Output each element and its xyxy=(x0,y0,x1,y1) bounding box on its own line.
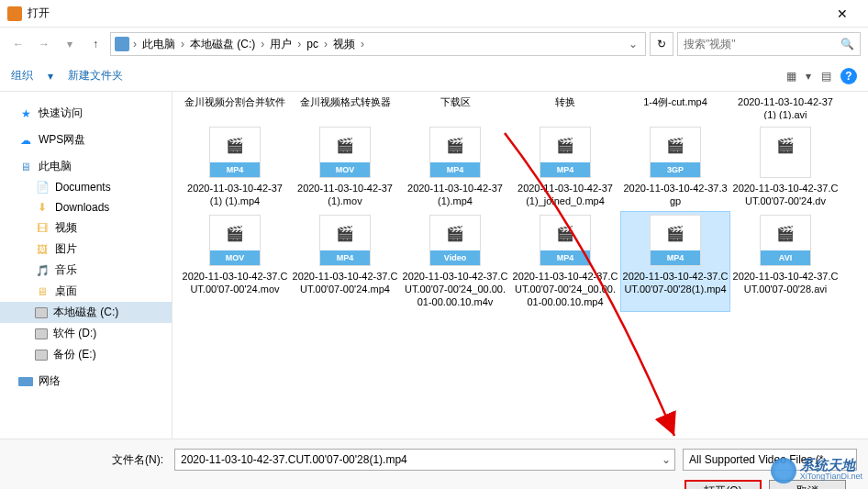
video-icon: 🎬 xyxy=(776,137,795,154)
pc-icon: 🖥 xyxy=(18,160,33,174)
search-input[interactable] xyxy=(684,38,840,50)
filename-input-wrap[interactable]: ⌄ xyxy=(174,449,675,471)
file-thumbnail: 🎬MP4 xyxy=(650,215,701,266)
sidebar-item-drive-e[interactable]: 备份 (E:) xyxy=(0,344,172,365)
view-details-button[interactable]: ▤ xyxy=(817,67,835,85)
dropdown-icon[interactable]: ▾ xyxy=(806,70,811,83)
sidebar-item-wps[interactable]: ☁WPS网盘 xyxy=(0,129,172,150)
star-icon: ★ xyxy=(18,106,33,121)
video-icon: 🎬 xyxy=(336,137,354,154)
sidebar-label: WPS网盘 xyxy=(39,132,85,148)
sidebar-item-pictures[interactable]: 🖼图片 xyxy=(0,239,172,260)
sidebar-label: 音乐 xyxy=(55,262,77,278)
file-name-label: 2020-11-03-10-42-37.CUT.00'07-00'24.mp4 xyxy=(292,270,398,295)
search-icon[interactable]: 🔍 xyxy=(840,38,854,50)
video-icon: 🎬 xyxy=(776,225,795,242)
file-item[interactable]: 🎬转换 xyxy=(510,95,620,123)
nav-bar: ← → ▾ ↑ › 此电脑 › 本地磁盘 (C:) › 用户 › pc › 视频… xyxy=(0,28,868,61)
sidebar-item-downloads[interactable]: ⬇Downloads xyxy=(0,197,172,217)
file-item[interactable]: 🎬MOV2020-11-03-10-42-37(1).mov xyxy=(290,123,400,211)
sidebar-item-network[interactable]: 网络 xyxy=(0,371,172,392)
sidebar-item-drive-c[interactable]: 本地磁盘 (C:) xyxy=(0,302,172,323)
file-item[interactable]: 🎬MP42020-11-03-10-42-37.CUT.00'07-00'24_… xyxy=(510,211,620,312)
file-item[interactable]: 🎬MP42020-11-03-10-42-37(1) (1).mp4 xyxy=(180,123,290,211)
format-badge: 3GP xyxy=(651,162,700,177)
file-item[interactable]: 🎬下载区 xyxy=(400,95,510,123)
breadcrumb-item[interactable]: pc xyxy=(305,38,320,50)
file-item[interactable]: 🎬MP42020-11-03-10-42-37.CUT.00'07-00'28(… xyxy=(620,211,730,312)
file-name-label: 金川视频格式转换器 xyxy=(300,95,391,108)
filename-input[interactable] xyxy=(181,450,669,470)
watermark: 系统天地 XiTongTianDi.net xyxy=(771,458,862,483)
file-name-label: 2020-11-03-10-42-37.CUT.00'07-00'24_00.0… xyxy=(512,270,618,308)
sidebar-label: 本地磁盘 (C:) xyxy=(53,305,118,320)
back-button[interactable]: ← xyxy=(7,33,29,55)
help-icon[interactable]: ? xyxy=(840,68,857,84)
breadcrumb[interactable]: › 此电脑 › 本地磁盘 (C:) › 用户 › pc › 视频 › ⌄ xyxy=(110,32,646,56)
forward-button[interactable]: → xyxy=(33,33,55,55)
sidebar-item-quickaccess[interactable]: ★快速访问 xyxy=(0,103,172,124)
watermark-logo-icon xyxy=(771,458,796,483)
file-thumbnail: 🎬MP4 xyxy=(429,127,481,178)
file-thumbnail: 🎬Video xyxy=(429,215,481,266)
sidebar-label: 视频 xyxy=(55,220,77,236)
sidebar-item-desktop[interactable]: 🖥桌面 xyxy=(0,281,172,302)
recent-button[interactable]: ▾ xyxy=(59,33,81,55)
chevron-down-icon[interactable]: ⌄ xyxy=(662,453,671,466)
file-thumbnail: 🎬MP4 xyxy=(540,127,591,178)
breadcrumb-item[interactable]: 用户 xyxy=(268,37,294,52)
music-icon: 🎵 xyxy=(35,263,50,278)
file-item[interactable]: 🎬Video2020-11-03-10-42-37.CUT.00'07-00'2… xyxy=(400,211,510,312)
sidebar-item-videos[interactable]: 🎞视频 xyxy=(0,217,172,239)
breadcrumb-item[interactable]: 视频 xyxy=(331,37,357,52)
file-item[interactable]: 🎬MOV2020-11-03-10-42-37.CUT.00'07-00'24.… xyxy=(180,211,290,312)
search-box[interactable]: 🔍 xyxy=(677,32,861,56)
new-folder-button[interactable]: 新建文件夹 xyxy=(68,68,123,83)
file-item[interactable]: 🎬MP42020-11-03-10-42-37.CUT.00'07-00'24.… xyxy=(290,211,400,312)
file-item[interactable]: 🎬MP42020-11-03-10-42-37(1).mp4 xyxy=(400,123,510,211)
file-item[interactable]: 🎬金川视频格式转换器 xyxy=(290,95,400,123)
sidebar-item-documents[interactable]: 📄Documents xyxy=(0,177,172,197)
file-name-label: 2020-11-03-10-42-37(1)_joined_0.mp4 xyxy=(512,182,618,207)
footer: 文件名(N): ⌄ All Supported Video Files (* ⌄… xyxy=(0,439,868,489)
file-item[interactable]: 🎬3GP2020-11-03-10-42-37.3gp xyxy=(620,123,730,211)
file-item[interactable]: 🎬2020-11-03-10-42-37.CUT.00'07-00'24.dv xyxy=(730,123,840,211)
open-button-label: 打开(O) xyxy=(704,483,741,490)
refresh-button[interactable]: ↻ xyxy=(650,32,673,56)
sidebar-item-music[interactable]: 🎵音乐 xyxy=(0,260,172,281)
chevron-right-icon: › xyxy=(131,38,139,50)
file-name-label: 1-4例-cut.mp4 xyxy=(643,95,707,108)
toolbar: 组织 ▾ 新建文件夹 ▦ ▾ ▤ ? xyxy=(0,61,868,92)
file-name-label: 2020-11-03-10-42-37.CUT.00'07-00'28(1).m… xyxy=(622,270,729,295)
open-button[interactable]: 打开(O) xyxy=(684,480,762,489)
drive-icon xyxy=(35,350,48,361)
file-item[interactable]: 🎬AVI2020-11-03-10-42-37.CUT.00'07-00'28.… xyxy=(730,211,840,312)
chevron-right-icon: › xyxy=(322,38,329,50)
file-item[interactable]: 🎬MP42020-11-03-10-42-37(1)_joined_0.mp4 xyxy=(510,123,620,211)
chevron-right-icon: › xyxy=(295,38,303,50)
dropdown-icon[interactable]: ▾ xyxy=(48,70,53,83)
drive-icon xyxy=(35,307,48,318)
downloads-icon: ⬇ xyxy=(35,200,50,215)
breadcrumb-item[interactable]: 此电脑 xyxy=(140,37,177,52)
sidebar-item-thispc[interactable]: 🖥此电脑 xyxy=(0,156,172,177)
format-badge: MP4 xyxy=(320,250,370,265)
organize-menu[interactable]: 组织 xyxy=(11,68,33,83)
app-icon xyxy=(7,6,22,21)
file-item[interactable]: 🎬2020-11-03-10-42-37(1) (1).avi xyxy=(730,95,840,123)
up-button[interactable]: ↑ xyxy=(84,33,106,55)
format-badge: MOV xyxy=(320,162,370,177)
breadcrumb-dropdown[interactable]: ⌄ xyxy=(625,38,641,50)
breadcrumb-item[interactable]: 本地磁盘 (C:) xyxy=(188,37,257,52)
view-icons-button[interactable]: ▦ xyxy=(782,67,800,85)
file-thumbnail: 🎬AVI xyxy=(760,215,811,266)
sidebar-item-drive-d[interactable]: 软件 (D:) xyxy=(0,323,172,344)
file-name-label: 下载区 xyxy=(440,95,471,108)
file-item[interactable]: 🎬金川视频分割合并软件 xyxy=(180,95,290,123)
videos-icon: 🎞 xyxy=(35,221,50,236)
file-name-label: 转换 xyxy=(555,95,575,108)
format-badge: MOV xyxy=(210,250,260,265)
sidebar-label: 桌面 xyxy=(55,283,77,299)
file-item[interactable]: 🎬1-4例-cut.mp4 xyxy=(620,95,730,123)
close-button[interactable]: ✕ xyxy=(824,6,861,21)
